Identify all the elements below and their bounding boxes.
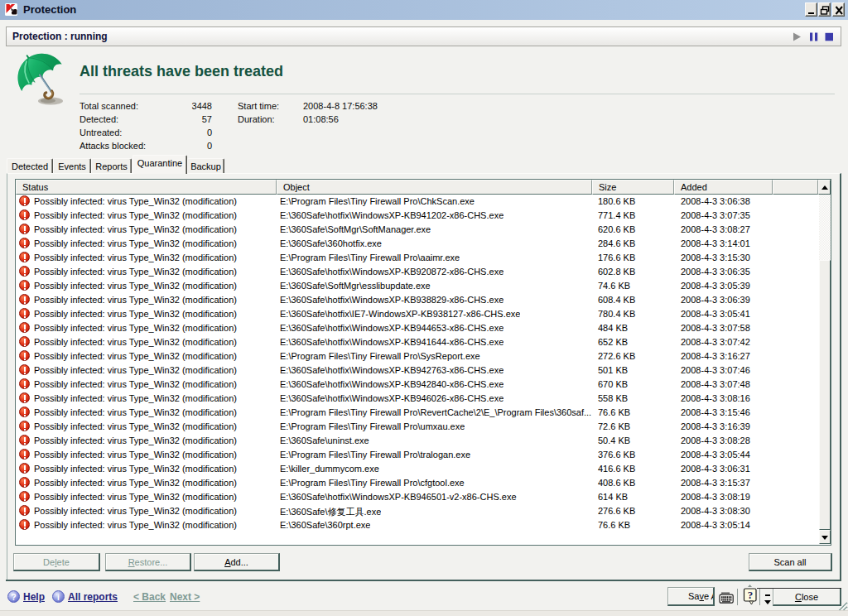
svg-text:?: ? (748, 589, 754, 601)
